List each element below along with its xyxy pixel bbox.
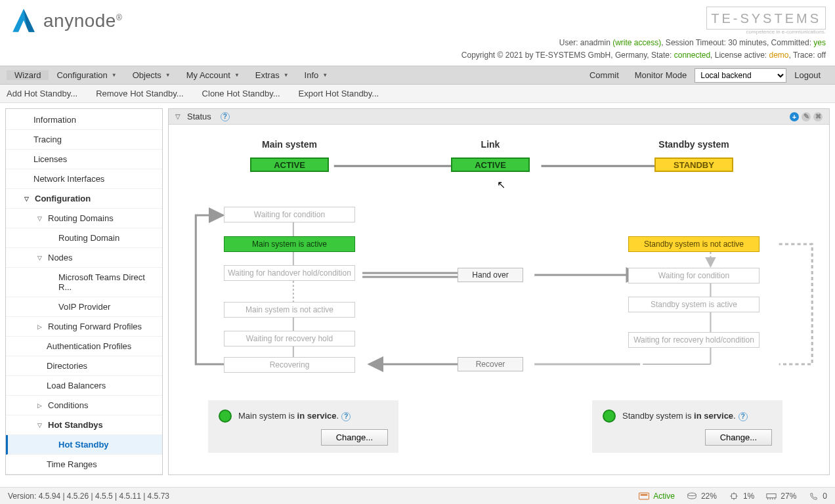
cpu-icon [729,492,739,500]
main-change-button[interactable]: Change... [321,429,388,446]
sidebar-item-routing-domains[interactable]: ▽Routing Domains [6,209,162,228]
footer-calls: 0 [808,492,827,501]
state-standby-waiting-recovery: Waiting for recovery hold/condition [628,332,760,348]
logo-icon [9,7,38,35]
submenu-clone-hot-standby[interactable]: Clone Hot Standby... [202,89,280,98]
memory-icon [766,492,777,500]
header-info: TE-SYSTEMScompetence in e-communications… [461,7,826,62]
backend-select[interactable]: Local backend [695,68,786,83]
state-standby-waiting-condition: Waiting for condition [628,268,760,284]
menu-logout[interactable]: Logout [786,70,828,80]
delete-icon[interactable]: ✖ [813,112,823,121]
footer-version: Version: 4.5.94 | 4.5.26 | 4.5.5 | 4.5.1… [8,492,169,501]
sidebar-item-tracing[interactable]: Tracing [6,130,162,150]
sidebar-item-information[interactable]: Information [6,110,162,130]
header: anynode® TE-SYSTEMScompetence in e-commu… [0,0,835,66]
menu-wizard[interactable]: Wizard [7,70,49,80]
sidebar-item-network-interfaces[interactable]: Network Interfaces [6,169,162,189]
disk-icon [687,492,697,500]
footer: Version: 4.5.94 | 4.5.26 | 4.5.5 | 4.5.1… [0,487,835,504]
svg-point-19 [688,493,696,495]
sidebar-item-hot-standby[interactable]: Hot Standby [6,435,162,455]
sidebar[interactable]: Information Tracing Licenses Network Int… [5,108,163,475]
status-diagram: Main system Link Standby system ACTIVE A… [169,125,829,475]
sidebar-item-authentication-profiles[interactable]: Authentication Profiles [6,337,162,356]
sidebar-item-directories[interactable]: Directories [6,356,162,376]
state-main-waiting-recovery: Waiting for recovery hold [224,331,355,346]
cursor-icon: ↖ [497,178,505,191]
footer-disk: 22% [687,492,717,501]
submenu-remove-hot-standby[interactable]: Remove Hot Standby... [96,89,183,98]
menu-extras[interactable]: Extras [247,70,297,80]
workspace: Information Tracing Licenses Network Int… [0,103,835,480]
standby-service-panel: Standby system is in service.? Change... [592,400,782,453]
submenu-export-hot-standby[interactable]: Export Hot Standby... [299,89,379,98]
status-dot-icon [603,410,616,423]
state-main-waiting-condition: Waiting for condition [224,207,355,222]
sidebar-item-licenses[interactable]: Licenses [6,150,162,169]
main-pane: ▽ Status ? + ✎ ✖ [168,108,830,475]
state-main-active: Main system is active [224,236,355,252]
collapse-icon[interactable]: ▽ [175,113,181,120]
footer-mem: 27% [766,492,796,501]
state-standby-not-active: Standby system is not active [628,236,760,252]
state-main-not-active: Main system is not active [224,302,355,318]
submenubar: Add Hot Standby... Remove Hot Standby...… [0,85,835,103]
sidebar-item-conditions[interactable]: ▷Conditions [6,396,162,415]
help-icon[interactable]: ? [739,412,748,421]
main-service-panel: Main system is in service.? Change... [208,400,398,453]
help-icon[interactable]: ? [341,412,351,421]
edit-icon[interactable]: ✎ [802,112,811,121]
card-icon [639,492,649,500]
svg-rect-25 [767,494,776,497]
panel-title: Status [187,112,211,121]
sidebar-item-load-balancers[interactable]: Load Balancers [6,376,162,396]
menu-monitor-mode[interactable]: Monitor Mode [627,70,695,80]
sidebar-item-nodes[interactable]: ▽Nodes [6,248,162,268]
menu-objects[interactable]: Objects [125,70,179,80]
link-status-box: ACTIVE [451,158,530,172]
phone-icon [808,492,819,500]
add-icon[interactable]: + [790,112,799,121]
te-systems-logo: TE-SYSTEMS [706,7,826,30]
action-hand-over: Hand over [458,268,523,282]
sidebar-item-time-ranges[interactable]: Time Ranges [6,455,162,474]
main-status-box: ACTIVE [250,158,329,172]
state-standby-active: Standby system is active [628,297,760,312]
status-dot-icon [219,410,232,423]
menu-commit[interactable]: Commit [582,70,627,80]
sidebar-item-hot-standbys[interactable]: ▽Hot Standbys [6,415,162,435]
standby-change-button[interactable]: Change... [705,429,772,446]
sidebar-item-routing-domain[interactable]: Routing Domain [6,228,162,248]
menu-configuration[interactable]: Configuration [49,70,124,80]
submenu-add-hot-standby[interactable]: Add Hot Standby... [7,89,77,98]
sidebar-item-configuration[interactable]: ▽Configuration [6,189,162,209]
svg-rect-17 [639,493,649,499]
svg-rect-20 [732,494,737,498]
panel-header: ▽ Status ? + ✎ ✖ [169,109,829,125]
link-label: Link [451,139,530,150]
action-recover: Recover [458,357,523,371]
standby-status-box: STANDBY [654,158,733,172]
footer-active-status: Active [639,492,675,501]
state-main-recovering: Recovering [224,357,355,373]
menu-my-account[interactable]: My Account [179,70,247,80]
sidebar-item-routing-forward-profiles[interactable]: ▷Routing Forward Profiles [6,317,162,337]
brand-text: anynode® [43,10,122,32]
menubar: Wizard Configuration Objects My Account … [0,66,835,85]
svg-rect-18 [641,494,648,495]
help-icon[interactable]: ? [221,112,230,121]
logo-area: anynode® [9,7,122,35]
footer-cpu: 1% [729,492,754,501]
state-main-waiting-handover: Waiting for handover hold/condition [224,265,355,281]
main-system-label: Main system [250,139,329,150]
standby-system-label: Standby system [654,139,733,150]
sidebar-item-voip-provider[interactable]: VoIP Provider [6,297,162,317]
menu-info[interactable]: Info [297,70,336,80]
sidebar-item-ms-teams[interactable]: Microsoft Teams Direct R... [6,268,162,297]
